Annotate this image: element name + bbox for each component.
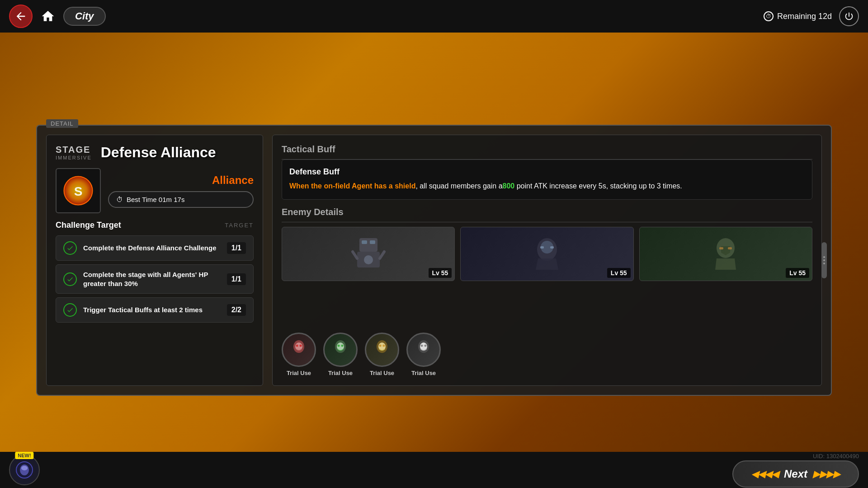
challenge-progress-1: 1/1 [227, 242, 246, 254]
svg-rect-17 [719, 247, 723, 249]
challenge-text-1: Complete the Defense Alliance Challenge [83, 244, 221, 253]
new-badge: NEW! [15, 452, 33, 459]
trial-label-4: Trial Use [411, 370, 436, 376]
uid-text: UID: 1302400490 [732, 453, 859, 460]
trial-agent-3[interactable]: Trial Use [365, 333, 399, 376]
bottom-left: NEW! [9, 455, 40, 485]
trial-agent-2[interactable]: Trial Use [323, 333, 358, 376]
best-time-button[interactable]: ⏱ Best Time 01m 17s [108, 191, 254, 208]
stage-info-row: S Alliance ⏱ Best Time 01m 17s [56, 168, 254, 213]
svg-point-22 [296, 344, 298, 347]
target-label: TARGET [225, 222, 254, 229]
svg-point-38 [21, 466, 28, 470]
buff-box: Defense Buff When the on-field Agent has… [282, 160, 812, 200]
bottom-right: UID: 1302400490 ◀◀◀◀ Next ▶▶▶▶ [732, 453, 859, 488]
back-button[interactable] [9, 5, 33, 28]
inventory-icon [15, 461, 33, 479]
svg-point-35 [424, 344, 426, 347]
svg-rect-5 [370, 240, 375, 244]
challenge-text-2: Complete the stage with all Agents' HP g… [83, 270, 221, 288]
challenge-section: Challenge Target TARGET Complete the Def… [56, 221, 254, 376]
svg-point-31 [382, 344, 385, 347]
enemy-level-2: Lv 55 [607, 268, 631, 278]
svg-line-7 [353, 252, 357, 258]
trial-agents-row: Trial Use Trial Use [282, 333, 812, 376]
tactical-buff-title: Tactical Buff [282, 144, 812, 160]
svg-point-23 [299, 344, 302, 347]
detail-panel: DETAIL STAGE IMMERSIVE Defense Alliance [36, 125, 832, 396]
buff-text-3: point ATK increase every 5s, stacking up… [514, 182, 682, 190]
clock-icon: ⏱ [764, 11, 774, 21]
svg-point-34 [420, 344, 423, 347]
enemy-card-3: Lv 55 [639, 227, 812, 281]
buff-description: When the on-field Agent has a shield, al… [289, 180, 805, 192]
next-arrows-left-icon: ◀◀◀◀ [751, 469, 778, 479]
trial-label-1: Trial Use [287, 370, 311, 376]
stage-text: STAGE [56, 145, 92, 155]
enemy-level-3: Lv 55 [786, 268, 809, 278]
remaining-time: ⏱ Remaining 12d [764, 11, 832, 21]
topbar: City ⏱ Remaining 12d [0, 0, 868, 33]
scroll-dot [823, 256, 825, 258]
inventory-button[interactable]: NEW! [9, 455, 40, 485]
challenge-header: Challenge Target TARGET [56, 221, 254, 230]
power-button[interactable] [839, 6, 859, 26]
trial-agent-4[interactable]: Trial Use [406, 333, 441, 376]
next-label: Next [784, 468, 807, 480]
tactical-buff-section: Tactical Buff Defense Buff When the on-f… [282, 144, 812, 200]
challenge-progress-3: 2/2 [227, 304, 246, 316]
enemy-robot-icon [348, 234, 389, 274]
detail-inner: STAGE IMMERSIVE Defense Alliance [37, 126, 831, 395]
city-label: City [63, 7, 106, 26]
trial-agent-1[interactable]: Trial Use [282, 333, 316, 376]
svg-point-30 [379, 344, 381, 347]
stage-emblem-icon: S [62, 175, 94, 206]
enemy-cards: Lv 55 [282, 227, 812, 281]
scroll-dot-3 [823, 263, 825, 264]
scroll-indicator [821, 242, 827, 278]
svg-rect-18 [728, 247, 732, 249]
agent-avatar-2 [323, 333, 358, 367]
detail-label: DETAIL [46, 119, 78, 128]
alliance-tag: Alliance [108, 174, 254, 187]
agent-avatar-4 [406, 333, 441, 367]
challenge-item-2: Complete the stage with all Agents' HP g… [56, 264, 254, 294]
enemy-masked-icon [705, 234, 746, 274]
enemy-details-title: Enemy Details [282, 207, 812, 222]
stage-header: STAGE IMMERSIVE Defense Alliance [56, 144, 254, 161]
left-panel: STAGE IMMERSIVE Defense Alliance [46, 135, 263, 386]
agent-1-icon [287, 338, 311, 362]
agent-3-icon [370, 338, 395, 362]
stage-side-info: Alliance ⏱ Best Time 01m 17s [108, 174, 254, 208]
buff-name: Defense Buff [289, 167, 805, 177]
svg-marker-12 [536, 258, 558, 270]
checkmark-icon-2 [66, 276, 74, 283]
next-button[interactable]: ◀◀◀◀ Next ▶▶▶▶ [732, 460, 859, 488]
challenge-text-3: Trigger Tactical Buffs at least 2 times [83, 305, 221, 314]
enemy-armor-icon [527, 234, 567, 274]
home-button[interactable] [38, 6, 58, 26]
check-icon-3 [63, 303, 77, 317]
agent-avatar-3 [365, 333, 399, 367]
topbar-right: ⏱ Remaining 12d [764, 6, 859, 26]
back-icon [14, 10, 27, 23]
stage-icon: S [56, 168, 101, 213]
enemy-details-section: Enemy Details [282, 207, 812, 322]
checkmark-icon-3 [66, 306, 74, 314]
svg-marker-19 [715, 258, 736, 270]
svg-point-9 [364, 255, 373, 264]
svg-point-27 [341, 344, 343, 347]
next-arrows-right-icon: ▶▶▶▶ [813, 469, 840, 479]
stage-badge: STAGE IMMERSIVE [56, 145, 92, 160]
agent-avatar-1 [282, 333, 316, 367]
trial-label-3: Trial Use [370, 370, 394, 376]
challenge-item: Complete the Defense Alliance Challenge … [56, 235, 254, 261]
enemy-card-2: Lv 55 [460, 227, 633, 281]
topbar-left: City [9, 5, 106, 28]
check-icon-2 [63, 272, 77, 286]
scroll-dot-2 [823, 259, 825, 261]
svg-rect-14 [550, 246, 554, 249]
right-panel: Tactical Buff Defense Buff When the on-f… [272, 135, 822, 386]
agent-4-icon [411, 338, 436, 362]
home-icon [41, 9, 55, 23]
